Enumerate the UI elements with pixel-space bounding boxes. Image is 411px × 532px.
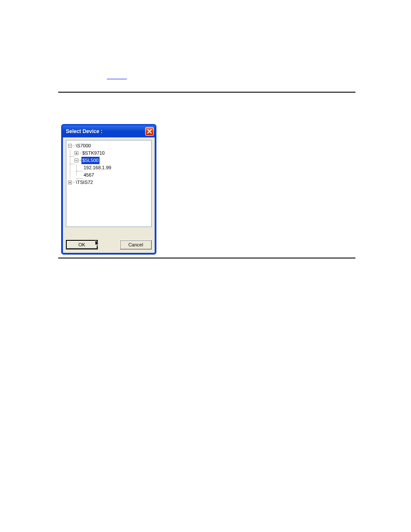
- dialog-title: Select Device :: [66, 128, 103, 134]
- expand-icon[interactable]: +: [75, 151, 78, 155]
- horizontal-rule-top: [58, 92, 355, 93]
- ok-button-label: OK: [78, 242, 85, 247]
- device-tree: − \S7000 + $STK9710: [68, 142, 149, 186]
- dialog-titlebar: Select Device :: [62, 125, 155, 137]
- tree-connector: [76, 164, 77, 171]
- expand-icon[interactable]: +: [68, 180, 72, 184]
- tree-node-port[interactable]: 4567: [68, 171, 149, 179]
- tree-connector: [77, 178, 83, 179]
- close-button[interactable]: [145, 127, 154, 136]
- tree-connector: [70, 157, 70, 164]
- cancel-button-label: Cancel: [128, 242, 143, 247]
- tree-label[interactable]: \TSIS72: [75, 179, 94, 186]
- collapse-icon[interactable]: −: [68, 144, 72, 148]
- select-device-dialog: Select Device : − \S7000: [61, 124, 156, 255]
- ok-button[interactable]: OK: [66, 240, 98, 249]
- tree-node-stk9710[interactable]: + $STK9710: [68, 149, 149, 157]
- tree-node-ip[interactable]: 192.168.1.99: [68, 164, 149, 171]
- tree-connector: [77, 171, 83, 171]
- tree-label[interactable]: 4567: [83, 171, 95, 179]
- tree-connector: [76, 171, 77, 175]
- tree-label[interactable]: $STK9710: [81, 149, 106, 157]
- tree-connector: [70, 171, 70, 179]
- collapse-icon[interactable]: −: [75, 159, 78, 162]
- cancel-button[interactable]: Cancel: [120, 240, 152, 249]
- page: Select Device : − \S7000: [0, 0, 411, 532]
- tree-connector: [70, 156, 75, 157]
- tree-label-selected[interactable]: $SL500: [81, 157, 100, 164]
- tree-node-s7000[interactable]: − \S7000: [68, 142, 149, 149]
- tree-label[interactable]: 192.168.1.99: [83, 164, 112, 171]
- horizontal-rule-bottom: [58, 258, 355, 258]
- tree-view[interactable]: − \S7000 + $STK9710: [66, 140, 152, 227]
- link-placeholder: [107, 73, 127, 80]
- tree-node-tsis72[interactable]: + \TSIS72: [68, 179, 149, 186]
- tree-connector: [70, 164, 70, 171]
- dialog-button-row: OK Cancel: [66, 240, 152, 250]
- tree-label[interactable]: \S7000: [75, 142, 92, 149]
- tree-node-sl500[interactable]: − $SL500: [68, 157, 149, 164]
- tree-connector: [70, 164, 75, 164]
- tree-connector: [70, 149, 70, 157]
- close-icon: [147, 129, 152, 134]
